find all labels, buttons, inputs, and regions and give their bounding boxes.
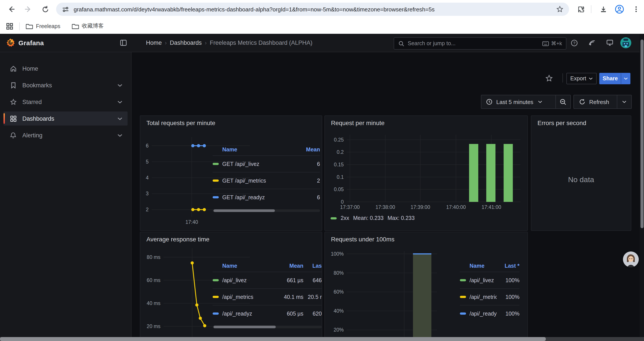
sidebar-item-home[interactable]: Home [4,62,128,76]
legend-inline[interactable]: 2xx Mean: 0.233 Max: 0.233 [330,215,415,221]
chevron-down-icon[interactable] [118,100,122,103]
bookmark-folder-label: 收藏博客 [82,22,104,30]
reload-button[interactable] [39,3,51,15]
export-button[interactable]: Export [566,73,597,84]
series-swatch [212,163,219,165]
svg-text:40 ms: 40 ms [147,300,160,306]
sidebar-item-dashboards[interactable]: Dashboards [4,112,128,126]
refresh-interval-button[interactable] [617,101,631,103]
legend-row[interactable]: /api/_metrics 100% [460,288,520,305]
horizontal-scrollbar[interactable] [0,337,644,341]
legend-header-last[interactable]: Las [303,263,322,269]
series-name[interactable]: 2xx [341,215,349,221]
legend-row[interactable]: /api/_livez 100% [460,272,520,288]
breadcrumb: Home›Dashboards›Freeleaps Metrics Dashbo… [146,40,312,46]
series-swatch [460,296,466,298]
site-info-icon[interactable] [62,6,69,13]
brand-name[interactable]: Grafana [18,39,44,47]
sidebar-item-bookmarks[interactable]: Bookmarks [4,78,128,92]
svg-text:80%: 80% [334,270,344,276]
help-button[interactable]: ? [571,40,578,47]
dashboards-icon [10,115,17,122]
keyboard-icon [542,41,549,46]
url-text[interactable]: grafana.mathmast.com/d/deytv4rwavabkb/fr… [74,6,435,13]
no-data-message: No data [531,176,631,184]
series-mean: Mean: 0.233 [353,215,384,221]
refresh-button[interactable]: Refresh [574,95,632,109]
bookmarks-bar: Freeleaps 收藏博客 [0,19,644,34]
address-bar[interactable]: grafana.mathmast.com/d/deytv4rwavabkb/fr… [56,3,569,16]
search-placeholder: Search or jump to... [408,40,456,47]
folder-icon [72,23,79,29]
horizontal-scrollbar-thumb[interactable] [0,337,546,341]
legend-header: Name Last * [460,260,520,272]
news-rss-button[interactable] [589,40,595,46]
extensions-button[interactable] [575,3,587,15]
share-button[interactable]: Share [599,73,630,84]
dashboard-star-button[interactable] [545,75,553,82]
legend-row[interactable]: GET /api/_metrics 2 [212,172,320,189]
legend-header-mean[interactable]: Mean [299,147,320,153]
search-input[interactable]: Search or jump to... ⌘+k [394,37,566,50]
browser-profile-button[interactable] [613,3,626,15]
zoom-out-button[interactable] [556,99,570,105]
grafana-logo[interactable] [6,38,15,47]
back-button[interactable] [5,3,18,15]
svg-text:60 ms: 60 ms [147,277,160,283]
bookmark-folder-freeleaps[interactable]: Freeleaps [26,23,60,29]
star-icon [545,75,553,82]
panel-title[interactable]: Errors per second [538,119,586,126]
legend-scrollbar-thumb[interactable] [214,326,276,328]
bookmark-star-icon[interactable] [556,6,563,13]
chevron-down-icon [538,101,542,103]
chevron-down-icon[interactable] [118,84,122,87]
legend-row[interactable]: /api/_livez 661 µs 646 [212,272,322,288]
forward-button[interactable] [22,3,34,15]
svg-text:2: 2 [146,207,148,212]
legend-table: Name Mean GET /api/_livez 6 GET /api/_me… [212,144,320,212]
monitor-icon [606,40,613,46]
vertical-scrollbar-thumb[interactable] [640,40,643,228]
svg-text:20 ms: 20 ms [147,323,160,329]
legend-row[interactable]: GET /api/_readyz 6 [212,189,320,205]
help-icon: ? [571,40,578,47]
apps-grid-button[interactable] [6,23,13,30]
legend-header-name[interactable]: Name [212,147,299,153]
refresh-icon [579,99,585,105]
chevron-down-icon [589,77,593,80]
browser-menu-button[interactable] [630,3,642,15]
legend-row[interactable]: /api/_metrics 40.1 ms 20.5 r [212,288,322,305]
legend-header-name[interactable]: Name [212,263,279,269]
legend-header-name[interactable]: Name [460,263,497,269]
request-per-minute-chart[interactable]: 00.050.10.150.20.2517:37:0017:38:0017:39… [325,116,528,230]
download-button[interactable] [597,3,609,15]
display-mode-button[interactable] [606,40,613,46]
bookmark-folder-blogs[interactable]: 收藏博客 [72,22,104,30]
sidebar: Home Bookmarks Starred Dashboards [0,52,132,341]
legend-scrollbar[interactable] [212,209,320,212]
legend-header-last[interactable]: Last * [497,263,520,269]
legend-header-mean[interactable]: Mean [279,263,303,269]
sidebar-item-alerting[interactable]: Alerting [4,128,128,142]
legend-row[interactable]: /api/_readyz 100% [460,305,520,322]
breadcrumb-dashboards[interactable]: Dashboards [170,40,202,46]
share-menu-button[interactable] [621,77,630,80]
chevron-down-icon[interactable] [118,117,122,120]
sidebar-toggle-button[interactable] [120,40,127,46]
toolbar-divider [562,73,563,83]
grafana-app: Home Bookmarks Starred Dashboards [0,34,644,341]
legend-row[interactable]: GET /api/_livez 6 [212,155,320,172]
panel-avg-response-time: Average response time 0 s20 ms40 ms60 ms… [140,232,322,341]
user-avatar[interactable] [620,37,631,48]
svg-text:17:41:00: 17:41:00 [482,204,501,210]
legend-scrollbar[interactable] [212,326,322,328]
panel-requests-under-100ms: Requests under 100ms 0%20%40%60%80%100%1… [324,232,528,341]
legend-scrollbar-thumb[interactable] [214,209,275,212]
floating-assistant-avatar[interactable] [623,251,639,267]
vertical-scrollbar[interactable] [640,34,644,341]
time-range-picker[interactable]: Last 5 minutes [481,95,571,109]
breadcrumb-home[interactable]: Home [146,40,162,46]
sidebar-item-starred[interactable]: Starred [4,95,128,109]
legend-row[interactable]: /api/_readyz 605 µs 620 [212,305,322,322]
chevron-down-icon[interactable] [118,134,122,137]
